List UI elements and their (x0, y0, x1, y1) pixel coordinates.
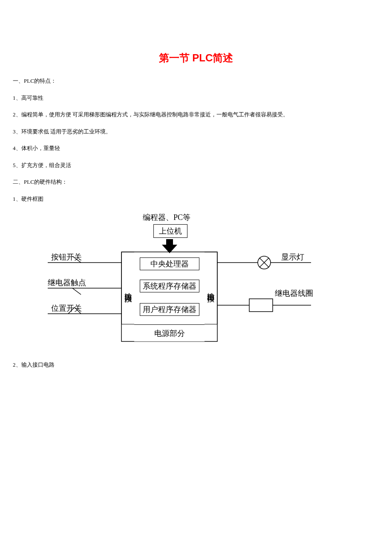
diagram-center-box: 系统程序存储器 (140, 280, 199, 292)
diagram-center-box: 中央处理器 (140, 257, 199, 270)
section1-item: 1、高可靠性 (13, 94, 379, 102)
diagram-left-input-label: 继电器触点 (48, 278, 86, 288)
diagram-top-label: 编程器、PC等 (143, 212, 190, 223)
svg-marker-1 (162, 239, 177, 253)
svg-line-14 (259, 258, 269, 267)
diagram-center-box-text: 中央处理器 (150, 259, 189, 269)
section1-item: 4、体积小，重量轻 (13, 144, 379, 153)
diagram-right-output-label: 继电器线圈 (275, 288, 313, 298)
diagram-center-box: 用户程序存储器 (140, 303, 199, 316)
diagram-center-box-text: 用户程序存储器 (143, 304, 196, 315)
diagram-left-input-label: 位置开关 (51, 303, 82, 313)
svg-rect-18 (249, 299, 273, 312)
hardware-block-diagram: 编程器、PC等 上位机 按钮开关 继电器触点 位置开关 输入接口 中央处理器 系… (38, 211, 337, 348)
section1-item: 2、编程简单，使用方便 可采用梯形图编程方式，与实际继电器控制电路非常接近，一般… (13, 110, 379, 119)
section1-item: 5、扩充方便，组合灵活 (13, 161, 379, 170)
page-title: 第一节 PLC简述 (13, 51, 379, 65)
svg-point-13 (258, 256, 271, 269)
diagram-center-box-text: 系统程序存储器 (143, 281, 196, 291)
diagram-bottom-box: 电源部分 (134, 324, 205, 341)
svg-line-6 (72, 288, 81, 295)
diagram-input-port: 输入接口 (121, 252, 134, 324)
svg-line-15 (259, 258, 269, 267)
section1-item: 3、环境要求低 适用于恶劣的工业环境。 (13, 127, 379, 136)
section2-item1: 1、硬件框图 (13, 195, 379, 203)
section2-item2: 2、输入接口电路 (13, 361, 379, 369)
diagram-bottom-box-text: 电源部分 (154, 328, 185, 338)
diagram-top-box-text: 上位机 (159, 226, 182, 236)
section1-heading: 一、PLC的特点： (13, 77, 379, 85)
section2-heading: 二、PLC的硬件结构： (13, 178, 379, 186)
diagram-input-port-text: 输入接口 (123, 286, 133, 290)
diagram-right-output-label: 显示灯 (281, 252, 304, 262)
diagram-top-box: 上位机 (153, 224, 187, 238)
diagram-left-input-label: 按钮开关 (51, 252, 82, 262)
diagram-output-port: 输出接口 (205, 252, 217, 324)
diagram-output-port-text: 输出接口 (206, 286, 216, 290)
